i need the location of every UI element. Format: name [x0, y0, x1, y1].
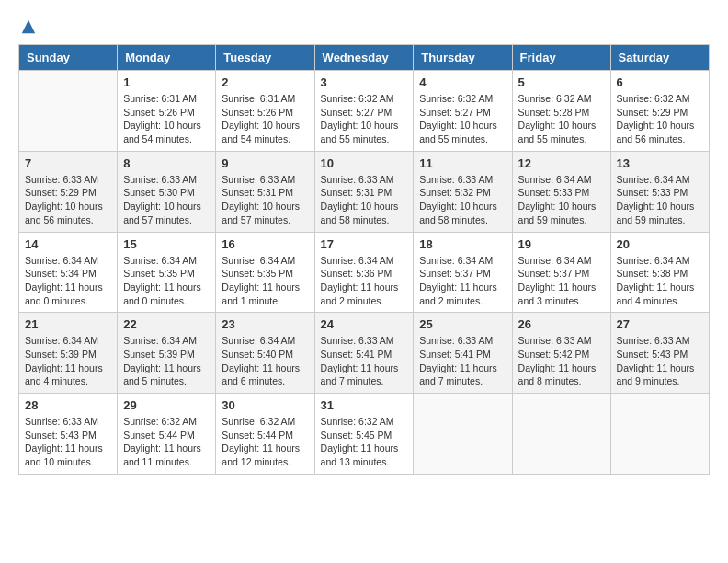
day-number: 25 — [419, 317, 506, 331]
day-number: 28 — [25, 398, 111, 412]
day-info: Sunrise: 6:32 AMSunset: 5:29 PMDaylight:… — [617, 92, 703, 146]
day-info: Sunrise: 6:32 AMSunset: 5:44 PMDaylight:… — [123, 415, 210, 469]
calendar-cell — [512, 394, 610, 475]
calendar-header-thursday: Thursday — [414, 45, 512, 71]
svg-marker-0 — [22, 20, 35, 33]
day-number: 22 — [123, 317, 210, 331]
calendar-cell: 5Sunrise: 6:32 AMSunset: 5:28 PMDaylight… — [512, 71, 610, 152]
day-info: Sunrise: 6:34 AMSunset: 5:39 PMDaylight:… — [123, 334, 210, 388]
calendar-cell: 7Sunrise: 6:33 AMSunset: 5:29 PMDaylight… — [19, 151, 118, 232]
calendar-cell: 2Sunrise: 6:31 AMSunset: 5:26 PMDaylight… — [216, 71, 314, 152]
calendar-cell: 22Sunrise: 6:34 AMSunset: 5:39 PMDayligh… — [118, 313, 216, 394]
day-info: Sunrise: 6:33 AMSunset: 5:31 PMDaylight:… — [321, 173, 408, 227]
day-number: 31 — [321, 398, 408, 412]
calendar-cell: 30Sunrise: 6:32 AMSunset: 5:44 PMDayligh… — [216, 394, 314, 475]
calendar-cell: 4Sunrise: 6:32 AMSunset: 5:27 PMDaylight… — [414, 71, 512, 152]
calendar-header-wednesday: Wednesday — [314, 45, 414, 71]
day-number: 1 — [123, 75, 210, 89]
calendar-cell: 25Sunrise: 6:33 AMSunset: 5:41 PMDayligh… — [414, 313, 512, 394]
calendar-cell: 14Sunrise: 6:34 AMSunset: 5:34 PMDayligh… — [19, 232, 118, 313]
day-number: 15 — [123, 237, 210, 251]
day-info: Sunrise: 6:33 AMSunset: 5:43 PMDaylight:… — [25, 415, 111, 469]
day-info: Sunrise: 6:33 AMSunset: 5:43 PMDaylight:… — [617, 334, 703, 388]
day-number: 8 — [123, 156, 210, 170]
calendar-cell: 24Sunrise: 6:33 AMSunset: 5:41 PMDayligh… — [314, 313, 414, 394]
calendar-cell: 11Sunrise: 6:33 AMSunset: 5:32 PMDayligh… — [414, 151, 512, 232]
day-number: 5 — [518, 75, 605, 89]
day-info: Sunrise: 6:32 AMSunset: 5:27 PMDaylight:… — [419, 92, 506, 146]
day-info: Sunrise: 6:33 AMSunset: 5:32 PMDaylight:… — [419, 173, 506, 227]
calendar-header-monday: Monday — [118, 45, 216, 71]
calendar-cell: 20Sunrise: 6:34 AMSunset: 5:38 PMDayligh… — [610, 232, 709, 313]
calendar-cell — [19, 71, 118, 152]
calendar-cell — [610, 394, 709, 475]
day-info: Sunrise: 6:34 AMSunset: 5:34 PMDaylight:… — [25, 254, 111, 308]
day-number: 7 — [25, 156, 111, 170]
day-number: 10 — [321, 156, 408, 170]
day-info: Sunrise: 6:34 AMSunset: 5:33 PMDaylight:… — [518, 173, 605, 227]
day-info: Sunrise: 6:33 AMSunset: 5:29 PMDaylight:… — [25, 173, 111, 227]
day-number: 14 — [25, 237, 111, 251]
day-info: Sunrise: 6:32 AMSunset: 5:27 PMDaylight:… — [321, 92, 408, 146]
calendar-cell: 12Sunrise: 6:34 AMSunset: 5:33 PMDayligh… — [512, 151, 610, 232]
calendar-cell: 21Sunrise: 6:34 AMSunset: 5:39 PMDayligh… — [19, 313, 118, 394]
day-number: 26 — [518, 317, 605, 331]
day-number: 3 — [321, 75, 408, 89]
calendar-cell: 10Sunrise: 6:33 AMSunset: 5:31 PMDayligh… — [314, 151, 414, 232]
day-number: 2 — [222, 75, 308, 89]
day-info: Sunrise: 6:34 AMSunset: 5:36 PMDaylight:… — [321, 254, 408, 308]
day-number: 20 — [617, 237, 703, 251]
day-number: 19 — [518, 237, 605, 251]
day-info: Sunrise: 6:34 AMSunset: 5:40 PMDaylight:… — [222, 334, 308, 388]
calendar-week-4: 21Sunrise: 6:34 AMSunset: 5:39 PMDayligh… — [19, 313, 710, 394]
calendar-cell: 6Sunrise: 6:32 AMSunset: 5:29 PMDaylight… — [610, 71, 709, 152]
day-info: Sunrise: 6:32 AMSunset: 5:28 PMDaylight:… — [518, 92, 605, 146]
day-number: 27 — [617, 317, 703, 331]
calendar-header-sunday: Sunday — [19, 45, 118, 71]
day-info: Sunrise: 6:34 AMSunset: 5:37 PMDaylight:… — [419, 254, 506, 308]
day-number: 13 — [617, 156, 703, 170]
calendar-cell: 17Sunrise: 6:34 AMSunset: 5:36 PMDayligh… — [314, 232, 414, 313]
calendar-cell: 23Sunrise: 6:34 AMSunset: 5:40 PMDayligh… — [216, 313, 314, 394]
day-info: Sunrise: 6:34 AMSunset: 5:38 PMDaylight:… — [617, 254, 703, 308]
day-info: Sunrise: 6:34 AMSunset: 5:33 PMDaylight:… — [617, 173, 703, 227]
day-info: Sunrise: 6:33 AMSunset: 5:41 PMDaylight:… — [419, 334, 506, 388]
logo — [18, 18, 37, 35]
day-number: 11 — [419, 156, 506, 170]
day-info: Sunrise: 6:32 AMSunset: 5:45 PMDaylight:… — [321, 415, 408, 469]
day-info: Sunrise: 6:31 AMSunset: 5:26 PMDaylight:… — [222, 92, 308, 146]
day-info: Sunrise: 6:34 AMSunset: 5:35 PMDaylight:… — [123, 254, 210, 308]
day-info: Sunrise: 6:33 AMSunset: 5:30 PMDaylight:… — [123, 173, 210, 227]
day-info: Sunrise: 6:34 AMSunset: 5:37 PMDaylight:… — [518, 254, 605, 308]
calendar-cell: 3Sunrise: 6:32 AMSunset: 5:27 PMDaylight… — [314, 71, 414, 152]
calendar-cell — [414, 394, 512, 475]
calendar-cell: 1Sunrise: 6:31 AMSunset: 5:26 PMDaylight… — [118, 71, 216, 152]
day-number: 23 — [222, 317, 308, 331]
calendar-table: SundayMondayTuesdayWednesdayThursdayFrid… — [18, 44, 710, 475]
day-number: 17 — [321, 237, 408, 251]
day-info: Sunrise: 6:31 AMSunset: 5:26 PMDaylight:… — [123, 92, 210, 146]
day-info: Sunrise: 6:33 AMSunset: 5:42 PMDaylight:… — [518, 334, 605, 388]
calendar-week-5: 28Sunrise: 6:33 AMSunset: 5:43 PMDayligh… — [19, 394, 710, 475]
day-info: Sunrise: 6:33 AMSunset: 5:41 PMDaylight:… — [321, 334, 408, 388]
day-number: 30 — [222, 398, 308, 412]
day-number: 21 — [25, 317, 111, 331]
calendar-cell: 13Sunrise: 6:34 AMSunset: 5:33 PMDayligh… — [610, 151, 709, 232]
calendar-header-tuesday: Tuesday — [216, 45, 314, 71]
day-info: Sunrise: 6:32 AMSunset: 5:44 PMDaylight:… — [222, 415, 308, 469]
logo-icon — [20, 18, 37, 35]
calendar-header-friday: Friday — [512, 45, 610, 71]
day-number: 29 — [123, 398, 210, 412]
calendar-cell: 15Sunrise: 6:34 AMSunset: 5:35 PMDayligh… — [118, 232, 216, 313]
day-info: Sunrise: 6:34 AMSunset: 5:39 PMDaylight:… — [25, 334, 111, 388]
day-number: 9 — [222, 156, 308, 170]
day-number: 6 — [617, 75, 703, 89]
day-info: Sunrise: 6:34 AMSunset: 5:35 PMDaylight:… — [222, 254, 308, 308]
calendar-cell: 27Sunrise: 6:33 AMSunset: 5:43 PMDayligh… — [610, 313, 709, 394]
calendar-week-2: 7Sunrise: 6:33 AMSunset: 5:29 PMDaylight… — [19, 151, 710, 232]
calendar-cell: 31Sunrise: 6:32 AMSunset: 5:45 PMDayligh… — [314, 394, 414, 475]
calendar-cell: 26Sunrise: 6:33 AMSunset: 5:42 PMDayligh… — [512, 313, 610, 394]
day-number: 24 — [321, 317, 408, 331]
calendar-cell: 28Sunrise: 6:33 AMSunset: 5:43 PMDayligh… — [19, 394, 118, 475]
day-info: Sunrise: 6:33 AMSunset: 5:31 PMDaylight:… — [222, 173, 308, 227]
